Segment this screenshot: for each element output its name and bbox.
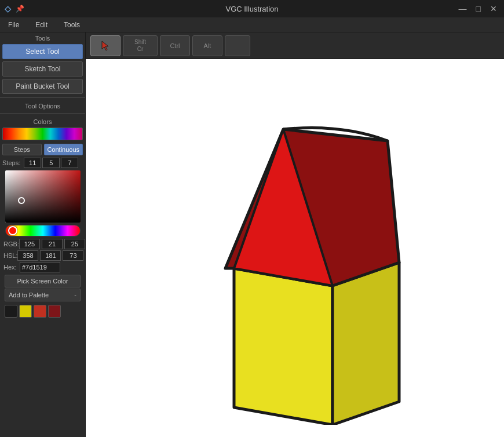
toolbar-select-icon[interactable] xyxy=(90,35,120,56)
colors-section: Colors Steps Continuous Steps: xyxy=(0,116,85,322)
toolbar-alt-button[interactable]: Alt xyxy=(192,35,222,56)
palette-swatch-yellow[interactable] xyxy=(19,305,32,318)
palette-swatch-dark-red[interactable] xyxy=(48,305,61,318)
canvas-container: Shift Cr Ctrl Alt xyxy=(86,32,504,437)
canvas-toolbar: Shift Cr Ctrl Alt xyxy=(86,32,504,59)
menubar: File Edit Tools xyxy=(0,17,504,32)
color-picker-cursor xyxy=(18,197,25,204)
minimize-button[interactable]: — xyxy=(456,3,469,14)
step-g[interactable] xyxy=(42,158,60,168)
pin-icon[interactable]: 📌 xyxy=(16,5,24,13)
alt-label: Alt xyxy=(204,42,211,49)
palette-swatch-red[interactable] xyxy=(34,305,46,318)
add-to-palette-label: Add to Palette xyxy=(9,292,49,298)
toolbar-shift-button[interactable]: Shift Cr xyxy=(123,35,158,56)
cursor-icon xyxy=(100,40,111,52)
maximize-button[interactable]: □ xyxy=(474,3,483,14)
hex-input[interactable] xyxy=(20,262,60,272)
hsl-row: HSL: xyxy=(2,250,83,261)
app-logo: ◇ xyxy=(5,4,11,13)
hex-label: Hex: xyxy=(3,264,20,271)
toolbar-ctrl-button[interactable]: Ctrl xyxy=(160,35,190,56)
steps-button[interactable]: Steps xyxy=(2,144,42,155)
titlebar-title: VGC Illustration xyxy=(225,5,278,13)
rgb-g[interactable] xyxy=(42,239,63,249)
hsl-l[interactable] xyxy=(63,250,83,261)
ctrl-label: Ctrl xyxy=(170,42,180,49)
drawing-canvas[interactable] xyxy=(86,59,504,437)
step-r[interactable] xyxy=(24,158,41,168)
colors-title: Colors xyxy=(2,118,83,125)
house-illustration xyxy=(167,71,422,425)
titlebar-controls: — □ ✕ xyxy=(456,3,499,14)
cr-label: Cr xyxy=(137,46,144,52)
hex-row: Hex: xyxy=(2,262,83,272)
close-button[interactable]: ✕ xyxy=(488,3,499,14)
add-to-palette-row: Add to Palette - xyxy=(5,289,81,301)
palette-row xyxy=(2,303,83,320)
tools-label: Tools xyxy=(0,32,85,43)
sidebar: Tools Select Tool Sketch Tool Paint Buck… xyxy=(0,32,86,437)
step-b[interactable] xyxy=(61,158,78,168)
hsl-h[interactable] xyxy=(17,250,38,261)
steps-continuous-row: Steps Continuous xyxy=(2,144,83,155)
pick-screen-color-button[interactable]: Pick Screen Color xyxy=(5,275,81,287)
svg-marker-0 xyxy=(102,41,108,50)
toolbar-empty-button[interactable] xyxy=(225,35,250,56)
steps-label: Steps: xyxy=(2,159,20,166)
menu-edit[interactable]: Edit xyxy=(32,20,51,30)
rgb-b[interactable] xyxy=(64,239,85,249)
rgb-r[interactable] xyxy=(19,239,40,249)
color-picker-gradient xyxy=(5,170,81,223)
rgb-row: RGB: xyxy=(2,239,83,249)
menu-file[interactable]: File xyxy=(5,20,23,30)
shift-label: Shift xyxy=(134,39,146,45)
color-bar[interactable] xyxy=(2,128,83,140)
svg-marker-1 xyxy=(234,268,333,425)
palette-swatch-black[interactable] xyxy=(5,305,17,318)
hsl-s[interactable] xyxy=(40,250,61,261)
main-content: Tools Select Tool Sketch Tool Paint Buck… xyxy=(0,32,504,437)
hue-cursor xyxy=(8,226,17,235)
menu-tools[interactable]: Tools xyxy=(60,20,83,30)
paint-bucket-tool-button[interactable]: Paint Bucket Tool xyxy=(2,79,83,94)
hsl-label: HSL: xyxy=(3,252,17,259)
select-tool-button[interactable]: Select Tool xyxy=(2,44,83,59)
titlebar-left: ◇ 📌 xyxy=(5,4,24,13)
sketch-tool-button[interactable]: Sketch Tool xyxy=(2,61,83,77)
rgb-label: RGB: xyxy=(3,241,19,247)
add-to-palette-shortcut: - xyxy=(74,292,76,298)
continuous-button[interactable]: Continuous xyxy=(44,144,83,155)
titlebar: ◇ 📌 VGC Illustration — □ ✕ xyxy=(0,0,504,17)
color-picker-area[interactable] xyxy=(5,170,81,223)
steps-values-row: Steps: xyxy=(2,158,83,168)
tool-options-label: Tool Options xyxy=(0,100,85,111)
hue-strip[interactable] xyxy=(5,225,81,236)
svg-marker-2 xyxy=(333,263,399,425)
